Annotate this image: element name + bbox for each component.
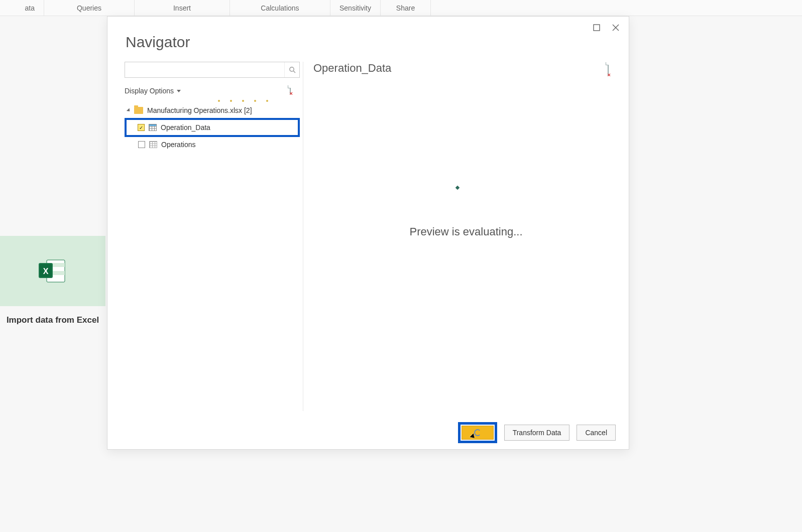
tree-item-operations[interactable]: Operations [125,137,300,152]
tree-root-node[interactable]: Manufacturing Operations.xlsx [2] [125,103,300,118]
table-icon [149,124,157,131]
excel-tile: X [0,236,105,306]
ribbon-tab-blank [431,0,802,16]
excel-icon: X [39,258,67,284]
document-cancel-icon [290,85,291,94]
navigator-dialog: Navigator Display Options [107,16,629,450]
cancel-button[interactable]: Cancel [577,425,616,441]
tree-item-operation-data[interactable]: ✓ Operation_Data [125,118,300,137]
caret-down-icon [127,108,131,112]
dialog-title: Navigator [126,34,190,51]
ribbon-tab-sensitivity[interactable]: Sensitivity [330,0,381,16]
import-from-excel-label: Import data from Excel [0,306,105,325]
document-cancel-icon [608,62,609,76]
ribbon-tab-queries[interactable]: Queries [44,0,135,16]
window-maximize-button[interactable] [593,24,601,32]
preview-area: Preview is evaluating... [313,82,619,411]
navigator-left-pane: Display Options Manufacturing Operations… [125,62,303,411]
checkbox-unchecked-icon[interactable] [138,141,145,148]
search-icon[interactable] [284,62,299,77]
refresh-data-button[interactable] [290,86,300,96]
ribbon-tab-data[interactable]: ata [0,0,44,16]
loading-dots [218,100,300,102]
preview-title: Operation_Data [313,62,391,75]
load-button-highlight [458,422,497,443]
preview-clear-button[interactable] [608,63,619,74]
worksheet-icon [149,141,157,148]
svg-rect-6 [594,25,600,31]
svg-line-10 [293,71,295,73]
display-options-dropdown[interactable]: Display Options [125,87,181,95]
dialog-footer: Transform Data Cancel [107,416,629,449]
folder-icon [134,107,143,114]
checkbox-checked-icon[interactable]: ✓ [138,124,145,131]
spinner-dot-icon [455,186,460,190]
search-box [125,62,300,78]
ribbon-tab-calculations[interactable]: Calculations [230,0,330,16]
tree-root-label: Manufacturing Operations.xlsx [2] [147,106,252,114]
tree-item-label: Operation_Data [161,123,210,131]
navigator-tree: Manufacturing Operations.xlsx [2] ✓ Oper… [125,103,300,152]
navigator-preview-pane: Operation_Data Preview is evaluating... [313,62,619,411]
ribbon-tab-share[interactable]: Share [381,0,431,16]
tree-item-label: Operations [161,141,195,149]
ribbon: ata Queries Insert Calculations Sensitiv… [0,0,802,16]
ribbon-tab-insert[interactable]: Insert [135,0,230,16]
search-input[interactable] [125,62,284,77]
chevron-down-icon [177,90,181,92]
import-from-excel-card[interactable]: X Import data from Excel [0,236,105,331]
load-button[interactable] [462,426,494,440]
display-options-label: Display Options [125,87,174,95]
window-close-button[interactable] [612,24,620,32]
transform-data-button[interactable]: Transform Data [504,425,570,441]
preview-status-text: Preview is evaluating... [313,225,619,238]
svg-point-9 [289,67,293,71]
svg-text:X: X [43,267,49,276]
